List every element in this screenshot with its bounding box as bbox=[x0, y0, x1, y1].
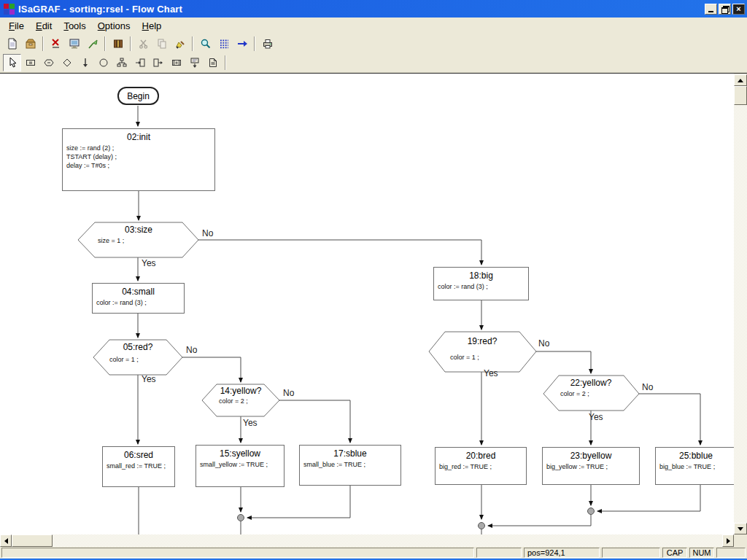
node-20-bred[interactable]: 20:bred big_red := TRUE ; bbox=[435, 447, 527, 485]
cut-button[interactable] bbox=[134, 35, 152, 52]
node-05-title: 05:red? bbox=[94, 342, 182, 352]
copy-icon bbox=[156, 38, 168, 50]
hscroll-left-button[interactable] bbox=[0, 534, 12, 547]
edge-label-yes: Yes bbox=[142, 258, 156, 268]
status-empty-field bbox=[476, 548, 522, 558]
simulate-icon bbox=[87, 38, 98, 50]
node-22-title: 22:yellow? bbox=[547, 378, 635, 388]
begin-end-button[interactable] bbox=[94, 54, 112, 71]
go-next-icon bbox=[236, 38, 248, 50]
vscroll-down-button[interactable] bbox=[734, 523, 747, 534]
node-05-code: color = 1 ; bbox=[109, 356, 139, 363]
cut-icon bbox=[138, 38, 150, 50]
save-archive-button[interactable] bbox=[21, 35, 39, 52]
begin-end-icon bbox=[98, 57, 109, 69]
node-19-title: 19:red? bbox=[438, 336, 526, 346]
vscroll-up-button[interactable] bbox=[734, 74, 747, 86]
simulate-button[interactable] bbox=[83, 35, 101, 52]
grid-button[interactable] bbox=[214, 35, 233, 52]
status-message-field bbox=[1, 548, 474, 558]
node-15-syellow[interactable]: 15:syellow small_yellow := TRUE ; bbox=[196, 445, 285, 487]
clear-brush-button[interactable] bbox=[171, 35, 189, 52]
arrow-down-button[interactable] bbox=[76, 54, 94, 71]
node-23-byellow[interactable]: 23:byellow big_yellow := TRUE ; bbox=[542, 447, 640, 485]
edge-label-no: No bbox=[186, 345, 197, 355]
jump-to-icon bbox=[134, 57, 146, 69]
arrow-right-icon bbox=[727, 538, 730, 544]
node-code: TSTART (delay) ; bbox=[63, 152, 214, 161]
node-code: big_red := TRUE ; bbox=[436, 461, 526, 471]
node-02-init[interactable]: 02:init size := rand (2) ; TSTART (delay… bbox=[62, 128, 215, 191]
io-block-icon bbox=[171, 57, 182, 69]
edge-label-no: No bbox=[202, 228, 213, 238]
menu-tools[interactable]: Tools bbox=[58, 18, 91, 34]
edge-label-no: No bbox=[642, 382, 653, 392]
hscroll-right-button[interactable] bbox=[722, 534, 734, 547]
comment-page-icon bbox=[207, 57, 219, 69]
status-caps-indicator: CAP bbox=[662, 548, 687, 558]
arrow-up-icon bbox=[738, 79, 743, 82]
decision-diamond-icon bbox=[61, 57, 73, 69]
node-code: big_blue := TRUE ; bbox=[656, 461, 734, 471]
copy-button[interactable] bbox=[152, 35, 171, 52]
main-toolbar bbox=[0, 34, 747, 53]
print-button[interactable] bbox=[258, 35, 276, 52]
subprogram-button[interactable] bbox=[185, 54, 204, 71]
node-code: delay := T#0s ; bbox=[63, 161, 214, 170]
app-icon bbox=[4, 4, 15, 15]
edge-17-junction bbox=[247, 486, 350, 518]
node-title: 15:syellow bbox=[196, 446, 284, 459]
status-empty-field bbox=[602, 548, 660, 558]
node-title: 23:byellow bbox=[543, 448, 639, 461]
node-25-bblue[interactable]: 25:bblue big_blue := TRUE ; bbox=[655, 447, 734, 485]
new-document-button[interactable] bbox=[3, 35, 21, 52]
library-button[interactable] bbox=[109, 35, 127, 52]
hscroll-thumb[interactable] bbox=[12, 534, 53, 547]
select-cursor-button[interactable] bbox=[3, 54, 21, 71]
hscroll-track[interactable] bbox=[53, 534, 722, 547]
menu-edit[interactable]: Edit bbox=[30, 18, 58, 34]
node-22-code: color = 2 ; bbox=[560, 390, 589, 397]
node-code: small_red := TRUE ; bbox=[103, 460, 174, 470]
menu-options[interactable]: Options bbox=[92, 18, 136, 34]
go-next-button[interactable] bbox=[233, 35, 251, 52]
minimize-button[interactable] bbox=[705, 4, 717, 15]
node-06-sred[interactable]: 06:sred small_red := TRUE ; bbox=[102, 446, 175, 487]
grid-icon bbox=[218, 38, 230, 50]
menu-help[interactable]: Help bbox=[136, 18, 168, 34]
flow-branch-button[interactable] bbox=[112, 54, 131, 71]
menu-file[interactable]: File bbox=[3, 18, 30, 34]
clear-brush-icon bbox=[174, 38, 186, 50]
restore-button[interactable] bbox=[719, 4, 731, 15]
node-17-sblue[interactable]: 17:sblue small_blue := TRUE ; bbox=[299, 445, 401, 486]
debug-monitor-button[interactable] bbox=[65, 35, 83, 52]
node-04-small[interactable]: 04:small color := rand (3) ; bbox=[92, 283, 185, 314]
junction-right-a bbox=[588, 508, 595, 515]
jump-from-button[interactable] bbox=[149, 54, 167, 71]
vscroll-track[interactable] bbox=[734, 105, 747, 523]
jump-from-icon bbox=[152, 57, 164, 69]
vscroll-thumb[interactable] bbox=[734, 86, 747, 105]
node-begin-label: Begin bbox=[127, 91, 150, 101]
status-empty-field bbox=[716, 548, 746, 558]
zoom-button[interactable] bbox=[196, 35, 214, 52]
comment-page-button[interactable] bbox=[204, 54, 222, 71]
io-block-button[interactable] bbox=[167, 54, 185, 71]
verify-button[interactable] bbox=[47, 35, 65, 52]
restore-icon bbox=[721, 6, 728, 12]
test-block-button[interactable] bbox=[39, 54, 58, 71]
node-title: 06:sred bbox=[103, 447, 174, 460]
zoom-icon bbox=[200, 38, 212, 50]
flowchart-canvas[interactable]: Begin 02:init size := rand (2) ; TSTART … bbox=[0, 74, 734, 534]
action-block-button[interactable] bbox=[21, 54, 39, 71]
jump-to-button[interactable] bbox=[131, 54, 149, 71]
junction-left bbox=[238, 515, 244, 521]
close-button[interactable]: × bbox=[732, 4, 745, 15]
node-begin[interactable]: Begin bbox=[117, 87, 159, 105]
toolbar-separator bbox=[225, 55, 226, 70]
library-icon bbox=[112, 38, 124, 50]
scrollbar-corner bbox=[734, 534, 747, 547]
node-code: size := rand (2) ; bbox=[63, 142, 214, 152]
node-18-big[interactable]: 18:big color := rand (3) ; bbox=[433, 267, 529, 300]
decision-diamond-button[interactable] bbox=[58, 54, 76, 71]
